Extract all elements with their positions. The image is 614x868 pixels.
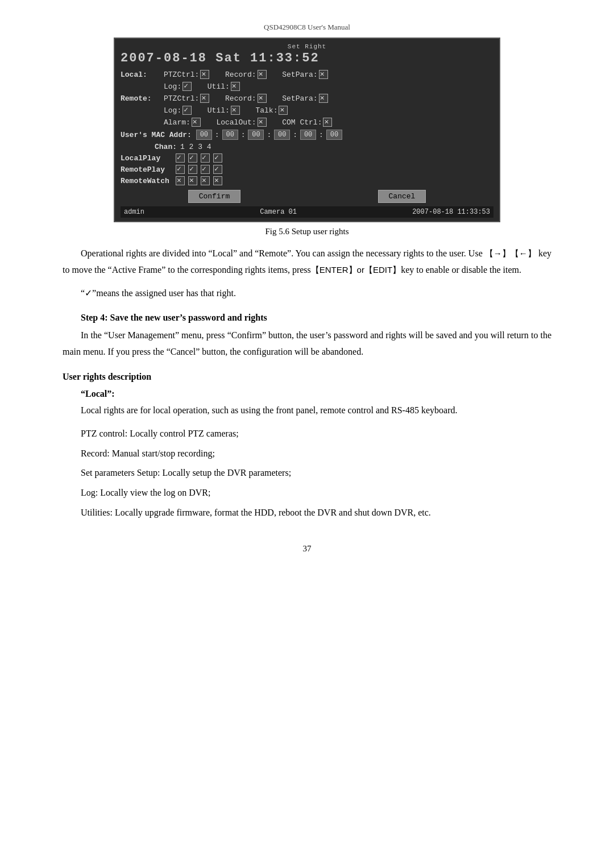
body-para2: “✓”means the assigned user has that righ… <box>63 285 551 302</box>
scr-bottom-bar: admin Camera 01 2007-08-18 11:33:53 <box>121 206 493 218</box>
user-rights-heading: User rights description <box>63 372 551 382</box>
log-text: Log: Locally view the log on DVR; <box>81 485 551 501</box>
page-number: 37 <box>63 544 551 554</box>
remote-watch-checks <box>175 176 222 185</box>
confirm-button[interactable]: Confirm <box>188 190 241 203</box>
ptzctrl-local: PTZCtrl: <box>164 70 209 79</box>
remote-watch-label: RemoteWatch <box>121 177 175 185</box>
mac-label: User's MAC Addr: <box>121 131 192 139</box>
fig-caption: Fig 5.6 Setup user rights <box>63 227 551 236</box>
remote-watch-row: RemoteWatch <box>121 176 493 185</box>
remote-row1: Remote: PTZCtrl: Record: SetPara: <box>121 94 493 103</box>
doc-title: QSD42908C8 User's Manual <box>63 23 551 32</box>
setpara-text: Set parameters Setup: Locally setup the … <box>81 465 551 481</box>
log-local: Log: <box>164 82 192 91</box>
local-label: Local: <box>121 70 161 79</box>
local-play-row: LocalPlay <box>121 153 493 163</box>
alarm-remote: Alarm: <box>164 118 201 127</box>
talk-remote: Talk: <box>247 106 288 115</box>
bottom-left: admin <box>124 208 144 216</box>
chan-label: Chan: <box>155 143 177 151</box>
bottom-right: 2007-08-18 11:33:53 <box>412 208 490 216</box>
mac-4: 00 <box>300 130 316 140</box>
ptzctrl-remote: PTZCtrl: <box>164 94 209 103</box>
local-heading: “Local”: <box>63 389 551 399</box>
remote-label: Remote: <box>121 94 161 103</box>
screenshot-box: Set Right 2007-08-18 Sat 11:33:52 Local:… <box>114 38 500 222</box>
chan-row: Chan: 1 2 3 4 <box>155 143 493 151</box>
mac-3: 00 <box>274 130 290 140</box>
comctrl-remote: COM Ctrl: <box>273 118 333 127</box>
log-remote: Log: <box>164 106 192 115</box>
remote-play-row: RemotePlay <box>121 165 493 174</box>
record-local: Record: <box>216 70 266 79</box>
util-text: Utilities: Locally upgrade firmware, for… <box>63 505 551 521</box>
localout-remote: LocalOut: <box>208 118 267 127</box>
local-play-checks <box>175 153 222 163</box>
remote-play-label: RemotePlay <box>121 165 175 174</box>
body-para1: Operational rights are divided into “Loc… <box>63 246 551 279</box>
bottom-camera: Camera 01 <box>260 208 297 216</box>
local-row2: Log: Util: <box>121 82 493 91</box>
scr-top-label: Set Right <box>121 43 493 50</box>
setpara-remote: SetPara: <box>273 94 328 103</box>
scr-datetime: 2007-08-18 Sat 11:33:52 <box>121 51 493 65</box>
mac-0: 00 <box>196 130 212 140</box>
local-row1: Local: PTZCtrl: Record: SetPara: <box>121 70 493 79</box>
mac-row: User's MAC Addr: 00: 00: 00: 00: 00: 00 <box>121 130 493 140</box>
record-text: Record: Manual start/stop recording; <box>81 446 551 462</box>
remote-play-checks <box>175 165 222 174</box>
mac-5: 00 <box>326 130 342 140</box>
cancel-button[interactable]: Cancel <box>378 190 426 203</box>
util-local: Util: <box>198 82 240 91</box>
setpara-local: SetPara: <box>273 70 328 79</box>
chan-numbers: 1 2 3 4 <box>180 143 211 151</box>
ptz-text: PTZ control: Locally control PTZ cameras… <box>81 426 551 442</box>
step4-text: In the “User Management” menu, press “Co… <box>63 327 551 360</box>
mac-2: 00 <box>248 130 264 140</box>
util-remote: Util: <box>198 106 240 115</box>
remote-row3: Alarm: LocalOut: COM Ctrl: <box>121 118 493 127</box>
button-row: Confirm Cancel <box>121 190 493 203</box>
local-play-label: LocalPlay <box>121 154 175 163</box>
record-remote: Record: <box>216 94 266 103</box>
step4-heading: Step 4: Save the new user’s password and… <box>63 313 551 323</box>
remote-row2: Log: Util: Talk: <box>121 106 493 115</box>
mac-1: 00 <box>222 130 238 140</box>
local-text: Local rights are for local operation, su… <box>63 402 551 419</box>
